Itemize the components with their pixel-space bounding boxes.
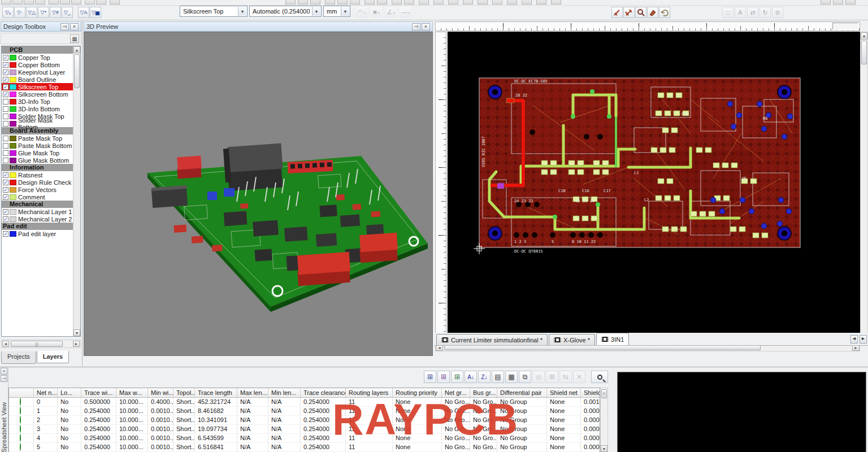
toolbar-icon-clipped[interactable]: [60, 0, 70, 5]
table-cell[interactable]: 0.254000: [81, 425, 116, 433]
layer-item[interactable]: ✓Pad edit layer: [2, 230, 73, 237]
layer-item[interactable]: ✓Ratsnest: [2, 171, 73, 179]
layer-item[interactable]: ✓Copper Top: [2, 54, 73, 61]
toolbar-icon-clipped[interactable]: [833, 0, 843, 5]
layer-color-swatch[interactable]: [10, 194, 16, 200]
table-cell[interactable]: 2: [34, 416, 58, 424]
toolbar-icon-clipped[interactable]: [492, 0, 502, 5]
layer-visibility-checkbox[interactable]: ✓: [3, 55, 8, 60]
layer-item[interactable]: ✓Design Rule Check: [2, 179, 73, 186]
table-cell[interactable]: 10.341091: [195, 416, 237, 424]
toolbar-icon-clipped[interactable]: [24, 0, 34, 5]
search-icon[interactable]: [591, 371, 608, 383]
pin-icon[interactable]: ⊣: [60, 23, 69, 31]
layer-color-swatch[interactable]: [10, 187, 16, 193]
layer-color-swatch[interactable]: [10, 150, 16, 156]
table-header-cell[interactable]: Trace length: [195, 388, 237, 397]
toolbar-icon-clipped[interactable]: [350, 0, 360, 5]
layer-color-swatch[interactable]: [10, 106, 16, 112]
open-grid-icon[interactable]: ⊞: [437, 371, 450, 383]
layer-color-swatch[interactable]: [10, 172, 16, 178]
table-header-cell[interactable]: Max len...: [237, 388, 268, 397]
table-cell[interactable]: None: [547, 398, 581, 406]
close-icon[interactable]: ×: [70, 23, 79, 31]
table-cell[interactable]: N/A: [268, 416, 301, 424]
layer-item[interactable]: ✓Keepin/out Layer: [2, 68, 73, 76]
scroll-thumb[interactable]: |||: [11, 341, 63, 347]
table-cell[interactable]: 10.000...: [116, 425, 148, 433]
toolbar-icon-clipped[interactable]: [507, 0, 517, 5]
table-cell[interactable]: 19.097734: [195, 425, 237, 433]
toolbar-icon-clipped[interactable]: [85, 0, 95, 5]
layer-list-scrollbar[interactable]: ▲ ▼: [73, 46, 80, 336]
table-cell[interactable]: 3: [34, 425, 58, 433]
table-cell[interactable]: No: [58, 407, 81, 415]
layer-item[interactable]: ✓Mechanical Layer 2: [2, 215, 73, 223]
close-icon[interactable]: ×: [1, 368, 7, 375]
toolbar-icon-clipped[interactable]: [310, 0, 320, 5]
table-header-cell[interactable]: [9, 388, 34, 397]
table-cell[interactable]: 0.500000: [81, 398, 116, 406]
copy-icon[interactable]: ⧉: [519, 371, 531, 383]
scroll-down-icon[interactable]: ▼: [73, 329, 80, 336]
layer-visibility-checkbox[interactable]: [3, 121, 8, 127]
toolbar-icon-clipped[interactable]: [522, 0, 532, 5]
active-layer-select[interactable]: Silkscreen Top ▼: [180, 6, 248, 17]
layer-visibility-checkbox[interactable]: ✓: [3, 92, 8, 97]
toolbar-icon-clipped[interactable]: [71, 0, 81, 5]
table-cell[interactable]: N/A: [237, 443, 268, 451]
table-cell[interactable]: 0.0010...: [148, 416, 173, 424]
layer-color-swatch[interactable]: [10, 55, 16, 60]
sort-desc-icon[interactable]: Z↓: [478, 371, 491, 383]
scroll-thumb[interactable]: [74, 54, 80, 88]
sort-asc-icon[interactable]: A↓: [465, 371, 477, 383]
layer-item[interactable]: ✓Copper Bottom: [2, 61, 73, 68]
toolbar-icon-clipped[interactable]: [551, 0, 561, 5]
layer-color-swatch[interactable]: [10, 231, 16, 237]
document-tab[interactable]: Current Limiter simmulationfinal *: [436, 334, 548, 345]
table-cell[interactable]: 0.0000: [581, 416, 600, 424]
toolbar-icon-clipped[interactable]: [285, 0, 296, 5]
toolbar-icon-clipped[interactable]: [404, 0, 414, 5]
layer-color-swatch[interactable]: [10, 62, 16, 68]
table-cell[interactable]: No: [58, 398, 81, 406]
route-edit-icon[interactable]: [623, 7, 635, 18]
layer-visibility-checkbox[interactable]: ✓: [3, 187, 8, 193]
table-cell[interactable]: None: [547, 416, 581, 424]
tab-scroll-left-icon[interactable]: ◄: [850, 335, 858, 344]
layer-color-swatch[interactable]: [10, 136, 16, 141]
scroll-up-icon[interactable]: ▲: [73, 46, 80, 53]
table-cell[interactable]: 0.0000: [581, 443, 600, 451]
trace-tool-7-icon[interactable]: ▽A: [78, 7, 89, 18]
toolbar-icon-clipped[interactable]: [821, 0, 831, 5]
layer-color-swatch[interactable]: [10, 84, 16, 90]
toolbar-icon-clipped[interactable]: [392, 0, 402, 5]
inspect-icon[interactable]: [635, 7, 646, 18]
eraser-icon[interactable]: [647, 7, 658, 18]
table-cell[interactable]: 0.254000: [81, 407, 116, 415]
toolbar-icon-clipped[interactable]: [364, 0, 375, 5]
table-header-cell[interactable]: Shield net: [547, 388, 581, 397]
toolbar-icon-clipped[interactable]: [96, 0, 106, 5]
scroll-thumb[interactable]: [861, 41, 867, 64]
table-header-cell[interactable]: Max w...: [116, 388, 148, 397]
layer-visibility-checkbox[interactable]: [3, 99, 8, 105]
table-cell[interactable]: 0.0010...: [148, 407, 173, 415]
pcb-vscrollbar[interactable]: ▲ ▼: [860, 32, 868, 344]
trace-tool-3-icon[interactable]: ▽△: [26, 7, 37, 18]
toolbar-icon-clipped[interactable]: [433, 0, 444, 5]
table-cell[interactable]: N/A: [237, 407, 268, 415]
layer-item[interactable]: Paste Mask Top: [2, 134, 73, 142]
table-cell[interactable]: 10.000...: [116, 434, 148, 442]
layer-visibility-checkbox[interactable]: ✓: [3, 62, 8, 68]
layer-color-swatch[interactable]: [10, 114, 16, 119]
table-cell[interactable]: N/A: [268, 425, 301, 433]
table-header-cell[interactable]: Shield: [581, 388, 600, 397]
table-cell[interactable]: 0.254000: [81, 434, 116, 442]
pcb-layout-canvas[interactable]: DC-DC EC7B-S05 DC-DC QT6015 VERS RIC 200…: [448, 32, 860, 344]
layer-item[interactable]: ✓Comment: [2, 193, 73, 201]
table-cell[interactable]: 0.0000: [581, 407, 600, 415]
toolbar-icon-clipped[interactable]: [419, 0, 429, 5]
table-cell[interactable]: No: [58, 443, 81, 451]
table-header-cell[interactable]: Min len...: [268, 388, 301, 397]
